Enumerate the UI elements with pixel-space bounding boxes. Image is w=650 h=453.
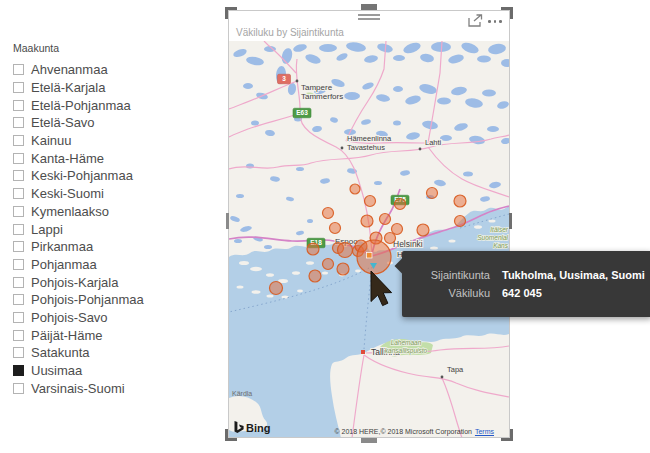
- slicer-item-keski-suomi[interactable]: Keski-Suomi: [13, 185, 144, 203]
- visual-title: Väkiluku by Sijaintikunta: [236, 27, 344, 38]
- map-data-bubble[interactable]: [361, 215, 373, 227]
- checkbox[interactable]: [13, 188, 24, 199]
- map-lake: [393, 55, 405, 61]
- checkbox[interactable]: [13, 294, 24, 305]
- tooltip-value: Tukholma, Uusimaa, Suomi: [502, 268, 645, 282]
- map-city-label: Tampere: [301, 83, 333, 92]
- map-lake: [437, 98, 451, 105]
- slicer-item-ahvenanmaa[interactable]: Ahvenanmaa: [13, 61, 144, 79]
- map-island: [267, 295, 274, 298]
- map-park-label: Kans: [493, 242, 509, 249]
- map-city-marker: [341, 147, 344, 150]
- slicer-item-kanta-h-me[interactable]: Kanta-Häme: [13, 149, 144, 167]
- slicer-item-etel-savo[interactable]: Etelä-Savo: [13, 114, 144, 132]
- checkbox[interactable]: [13, 277, 24, 288]
- slicer-list: AhvenanmaaEtelä-KarjalaEtelä-PohjanmaaEt…: [13, 61, 144, 397]
- checkbox[interactable]: [13, 259, 24, 270]
- drag-handle-icon[interactable]: [358, 14, 380, 22]
- checkbox[interactable]: [13, 241, 24, 252]
- checkbox-checked[interactable]: [13, 365, 24, 376]
- slicer-item-pohjanmaa[interactable]: Pohjanmaa: [13, 256, 144, 274]
- map-data-bubble[interactable]: [350, 184, 360, 194]
- map-label-kardla: Kärdla: [232, 390, 252, 397]
- checkbox[interactable]: [13, 117, 24, 128]
- map-data-bubble[interactable]: [385, 233, 396, 244]
- map-data-bubble[interactable]: [380, 214, 391, 225]
- slicer-item-label: Varsinais-Suomi: [31, 381, 125, 396]
- map-data-bubble[interactable]: [357, 240, 391, 274]
- resize-handle-bottom[interactable]: [361, 438, 377, 443]
- map-lake: [264, 245, 272, 249]
- slicer-item-label: Pirkanmaa: [31, 239, 93, 254]
- map-lake: [251, 121, 259, 126]
- map-data-bubble[interactable]: [307, 243, 319, 255]
- slicer-item-label: Pohjois-Savo: [31, 310, 108, 325]
- map-data-bubble[interactable]: [309, 270, 321, 282]
- checkbox[interactable]: [13, 330, 24, 341]
- map-data-bubble[interactable]: [455, 216, 466, 227]
- slicer-item-label: Etelä-Pohjanmaa: [31, 98, 131, 113]
- map-canvas[interactable]: TampereTammerforsHämeenlinnaTavastehusLa…: [229, 41, 509, 437]
- map-data-bubble[interactable]: [337, 263, 349, 275]
- slicer-item-kymenlaakso[interactable]: Kymenlaakso: [13, 203, 144, 221]
- slicer-item-uusimaa[interactable]: Uusimaa: [13, 362, 144, 380]
- checkbox[interactable]: [13, 206, 24, 217]
- slicer-item-etel-karjala[interactable]: Etelä-Karjala: [13, 79, 144, 97]
- map-visual-card[interactable]: Väkiluku by Sijaintikunta TampereTammerf…: [228, 10, 510, 438]
- map-data-bubble[interactable]: [338, 243, 353, 258]
- slicer-item-pirkanmaa[interactable]: Pirkanmaa: [13, 238, 144, 256]
- slicer-item-label: Lappi: [31, 222, 63, 237]
- terms-link[interactable]: Terms: [475, 428, 494, 435]
- slicer-item-pohjois-savo[interactable]: Pohjois-Savo: [13, 309, 144, 327]
- map-data-bubble[interactable]: [454, 195, 466, 207]
- map-island: [449, 240, 456, 243]
- slicer-title: Maakunta: [13, 42, 144, 54]
- checkbox[interactable]: [13, 347, 24, 358]
- map-data-bubble[interactable]: [427, 188, 438, 199]
- slicer-item-satakunta[interactable]: Satakunta: [13, 344, 144, 362]
- checkbox[interactable]: [13, 383, 24, 394]
- checkbox[interactable]: [13, 153, 24, 164]
- slicer-item-p-ij-t-h-me[interactable]: Päijät-Häme: [13, 326, 144, 344]
- checkbox[interactable]: [13, 82, 24, 93]
- map-city-label: Tammerfors: [301, 92, 343, 101]
- maakunta-slicer: Maakunta AhvenanmaaEtelä-KarjalaEtelä-Po…: [13, 42, 144, 397]
- map-island: [322, 272, 328, 275]
- resize-handle-top[interactable]: [361, 4, 377, 10]
- map-island: [282, 296, 289, 299]
- map-data-bubble[interactable]: [365, 196, 376, 207]
- map-data-bubble[interactable]: [323, 259, 334, 270]
- checkbox[interactable]: [13, 135, 24, 146]
- selection-corner-handle-tr[interactable]: [501, 7, 513, 19]
- slicer-item-label: Ahvenanmaa: [31, 62, 108, 77]
- tooltip-row: Väkiluku642 045: [402, 286, 650, 300]
- slicer-item-varsinais-suomi[interactable]: Varsinais-Suomi: [13, 379, 144, 397]
- checkbox[interactable]: [13, 312, 24, 323]
- map-island: [489, 220, 496, 223]
- tooltip-label: Sijaintikunta: [402, 268, 490, 282]
- slicer-item-pohjois-pohjanmaa[interactable]: Pohjois-Pohjanmaa: [13, 291, 144, 309]
- focus-mode-icon[interactable]: [468, 14, 483, 28]
- checkbox[interactable]: [13, 224, 24, 235]
- map-data-bubble[interactable]: [417, 224, 429, 236]
- more-options-icon[interactable]: [488, 20, 504, 26]
- map-data-bubble[interactable]: [270, 282, 283, 295]
- map-city-marker: [296, 80, 299, 83]
- map-data-bubble[interactable]: [395, 199, 406, 210]
- slicer-item-kainuu[interactable]: Kainuu: [13, 132, 144, 150]
- slicer-item-lappi[interactable]: Lappi: [13, 220, 144, 238]
- slicer-item-keski-pohjanmaa[interactable]: Keski-Pohjanmaa: [13, 167, 144, 185]
- map-data-bubble[interactable]: [330, 223, 341, 234]
- map-park-label: Lahemaan: [391, 339, 422, 346]
- checkbox[interactable]: [13, 64, 24, 75]
- map-copyright: © 2018 HERE,© 2018 Microsoft Corporation…: [334, 428, 494, 435]
- map-data-bubble[interactable]: [323, 208, 334, 219]
- map-lake: [319, 44, 337, 52]
- slicer-item-etel-pohjanmaa[interactable]: Etelä-Pohjanmaa: [13, 96, 144, 114]
- slicer-item-pohjois-karjala[interactable]: Pohjois-Karjala: [13, 273, 144, 291]
- map-lake: [482, 90, 496, 97]
- checkbox[interactable]: [13, 170, 24, 181]
- checkbox[interactable]: [13, 100, 24, 111]
- selection-corner-handle-tl[interactable]: [225, 7, 237, 19]
- map-city-marker: [419, 148, 422, 151]
